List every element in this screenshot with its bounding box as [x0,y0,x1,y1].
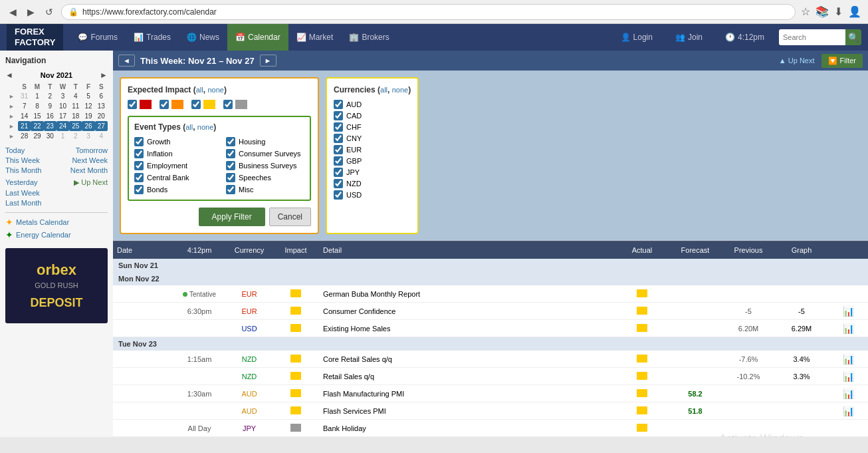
cal-day-30[interactable]: 30 [44,131,56,141]
nav-join[interactable]: 👥 Join [667,24,710,51]
event-name-german-buba[interactable]: German Buba Monthly Report [319,288,615,300]
business-surveys-checkbox[interactable] [226,161,235,170]
event-all-link[interactable]: all [185,123,193,131]
cal-week2-arrow[interactable]: ► [5,101,18,111]
impact-all-link[interactable]: all [196,86,203,94]
cal-day-next4[interactable]: 4 [95,131,108,141]
nav-market[interactable]: 📈 Market [288,24,342,51]
up-next-button[interactable]: ▲ Up Next [779,57,815,65]
cal-day-23[interactable]: 23 [44,121,56,131]
aud-checkbox[interactable] [334,100,343,109]
event-consumer-confidence[interactable]: Consumer Confidence [319,305,615,317]
cal-day-20[interactable]: 20 [95,111,108,121]
refresh-button[interactable]: ↺ [43,5,56,19]
bonds-checkbox[interactable] [134,185,144,194]
col-time[interactable]: 4:12pm [173,244,226,256]
nav-calendar[interactable]: 📅 Calendar [227,24,288,51]
event-bank-holiday[interactable]: Bank Holiday [319,422,615,434]
consumer-surveys-checkbox[interactable] [226,149,235,158]
prev-week-button[interactable]: ◄ [118,55,135,67]
graph-2[interactable]: 📊 [828,304,868,319]
cal-day-5[interactable]: 5 [82,91,94,101]
graph-6[interactable]: 📊 [828,386,868,401]
cal-day-2[interactable]: 2 [44,91,56,101]
col-currency[interactable]: Currency [226,244,272,256]
profile-button[interactable]: 👤 [848,5,861,18]
employment-checkbox[interactable] [134,161,144,170]
speeches-checkbox[interactable] [226,173,235,182]
cal-day-31[interactable]: 31 [18,91,31,101]
cal-prev-button[interactable]: ◄ [5,71,13,80]
graph-4[interactable]: 📊 [828,352,868,367]
cal-day-15[interactable]: 15 [31,111,43,121]
cal-week5-arrow[interactable]: ► [5,131,18,141]
impact-yellow-checkbox[interactable] [191,100,201,109]
event-retail-sales[interactable]: Retail Sales q/q [319,371,615,382]
cal-day-7[interactable]: 7 [18,101,31,111]
cancel-filter-button[interactable]: Cancel [269,208,311,226]
cal-day-21[interactable]: 21 [18,121,31,131]
last-week-link[interactable]: Last Week [5,189,40,197]
gbp-checkbox[interactable] [334,156,343,166]
nav-forums[interactable]: 💬 Forums [70,24,126,51]
cal-day-next3[interactable]: 3 [82,131,94,141]
next-week-link[interactable]: Next Week [72,156,108,164]
bookmark-button[interactable]: 📚 [815,5,829,18]
nav-trades[interactable]: 📊 Trades [126,24,179,51]
col-impact[interactable]: Impact [272,244,319,256]
event-existing-home-sales[interactable]: Existing Home Sales [319,323,615,335]
cal-day-22[interactable]: 22 [31,121,43,131]
cad-checkbox[interactable] [334,111,343,120]
event-flash-mfg-pmi[interactable]: Flash Manufacturing PMI [319,388,615,400]
next-month-link[interactable]: Next Month [70,166,108,174]
apply-filter-button[interactable]: Apply Filter [199,208,265,226]
event-flash-svc-pmi[interactable]: Flash Services PMI [319,405,615,417]
graph-5[interactable]: 📊 [828,369,868,384]
cal-day-17[interactable]: 17 [56,111,69,121]
impact-gray-checkbox[interactable] [223,100,233,109]
central-bank-checkbox[interactable] [134,173,144,182]
growth-checkbox[interactable] [134,137,144,146]
cal-day-25[interactable]: 25 [69,121,82,131]
this-month-link[interactable]: This Month [5,166,41,174]
cal-next-button[interactable]: ► [100,71,108,80]
cal-day-10[interactable]: 10 [56,101,69,111]
cal-day-29[interactable]: 29 [31,131,43,141]
graph-7[interactable]: 📊 [828,404,868,418]
housing-checkbox[interactable] [226,137,235,146]
last-month-link[interactable]: Last Month [5,199,41,207]
up-next-sidebar-link[interactable]: ▶ Up Next [74,178,108,187]
search-button[interactable]: 🔍 [845,29,861,45]
cal-week4-arrow[interactable]: ► [5,121,18,131]
col-date[interactable]: Date [113,244,173,256]
cal-day-next2[interactable]: 2 [69,131,82,141]
forward-button[interactable]: ▶ [25,5,37,19]
tomorrow-link[interactable]: Tomorrow [76,146,108,154]
today-link[interactable]: Today [5,146,25,154]
cal-week3-arrow[interactable]: ► [5,111,18,121]
cal-day-4[interactable]: 4 [69,91,82,101]
currencies-none-link[interactable]: none [392,86,408,94]
event-none-link[interactable]: none [197,123,213,131]
energy-calendar-link[interactable]: ✦ Energy Calendar [5,229,108,240]
currencies-all-link[interactable]: all [380,86,387,94]
cal-day-16[interactable]: 16 [44,111,56,121]
back-button[interactable]: ◀ [7,5,19,19]
cal-day-next1[interactable]: 1 [56,131,69,141]
cal-day-27[interactable]: 27 [95,121,108,131]
cal-day-18[interactable]: 18 [69,111,82,121]
impact-none-link[interactable]: none [207,86,223,94]
cal-day-11[interactable]: 11 [69,101,82,111]
chf-checkbox[interactable] [334,122,343,132]
impact-orange-checkbox[interactable] [160,100,169,109]
this-week-link[interactable]: This Week [5,156,40,164]
misc-checkbox[interactable] [226,185,235,194]
yesterday-link[interactable]: Yesterday [5,178,38,187]
search-input[interactable] [779,29,845,45]
next-week-button[interactable]: ► [260,55,276,67]
filter-button[interactable]: 🔽 Filter [821,54,863,68]
download-button[interactable]: ⬇ [834,5,843,18]
cal-day-26[interactable]: 26 [82,121,94,131]
metals-calendar-link[interactable]: ✦ Metals Calendar [5,217,108,227]
star-button[interactable]: ☆ [801,5,810,18]
